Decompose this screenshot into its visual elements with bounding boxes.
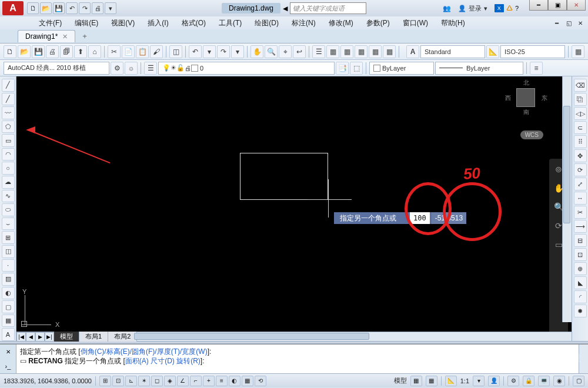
rectangle-tool[interactable]: ▭ [2,134,15,147]
clean-screen-icon[interactable]: ▢ [573,376,584,386]
sheet-set-icon[interactable]: ▦ [355,45,368,58]
layout-nav-prev[interactable]: ◀ [26,332,35,342]
dim-style-dropdown[interactable]: ISO-25 [500,45,565,58]
open-icon[interactable]: 📂 [18,45,31,58]
table-tool[interactable]: ▦ [2,315,15,327]
undo-icon[interactable]: ↶ [189,45,202,58]
pan-icon[interactable]: ✋ [250,45,263,58]
layer-states-icon[interactable]: 📑 [336,62,349,75]
revision-cloud-tool[interactable]: ☁ [2,176,15,189]
construction-line-tool[interactable]: ╱ [2,93,15,106]
join-tool[interactable]: ⊕ [574,262,587,275]
snap-mode-icon[interactable]: ⊞ [99,376,111,386]
quickcalc-icon[interactable]: ▦ [383,45,396,58]
command-history[interactable]: 指定第一个角点或 [倒角(C)/标高(E)/圆角(F)/厚度(T)/宽度(W)]… [16,344,579,373]
gradient-tool[interactable]: ◐ [2,287,15,300]
canvas-scrollbar-h[interactable] [134,333,369,340]
dim-style-icon[interactable]: 📐 [486,45,499,58]
text-style-icon[interactable]: A [406,45,419,58]
zoom-realtime-icon[interactable]: 🔍 [265,45,278,58]
model-space-label[interactable]: 模型 [394,376,407,385]
ellipse-arc-tool[interactable]: ⌣ [2,218,15,230]
doc-close[interactable]: ✕ [575,18,586,28]
doc-minimize[interactable]: ━ [552,18,562,28]
selection-cycle-icon[interactable]: ⟲ [255,376,266,386]
workspace-settings-icon[interactable]: ⚙ [111,62,123,75]
color-dropdown[interactable]: ByLayer [369,62,434,75]
line-tool[interactable]: ╱ [2,79,15,92]
coordinate-display[interactable]: 1833.3926, 1604.9386, 0.0000 [4,377,92,384]
move-tool[interactable]: ✥ [574,149,587,162]
menu-tools[interactable]: 工具(T) [213,17,248,29]
make-block-tool[interactable]: ◫ [2,245,15,258]
stretch-tool[interactable]: ↔ [574,192,587,205]
hatch-tool[interactable]: ▨ [2,273,15,286]
tab-close-icon[interactable]: ✕ [62,33,68,41]
layout-tab-1[interactable]: 布局1 [79,332,108,342]
window-close[interactable]: ✕ [567,0,586,11]
menu-window[interactable]: 窗口(W) [397,17,434,29]
zoom-window-icon[interactable]: ⌖ [279,45,292,58]
annotation-visibility-icon[interactable]: ▾ [473,376,485,386]
qat-btn[interactable]: ↶ [66,2,78,14]
extend-tool[interactable]: ⟶ [574,220,587,233]
layer-dropdown[interactable]: 💡 ☀ 🔓 🖨 0 [158,62,335,75]
search-input[interactable]: 键入关键字或短语 [290,2,366,14]
arc-tool[interactable]: ◠ [2,148,15,161]
trim-tool[interactable]: ✂ [574,206,587,219]
dropdown-icon[interactable]: 🛆 [506,5,513,12]
search-nav-prev[interactable]: ◀ [283,5,288,12]
cut-icon[interactable]: ✂ [108,45,121,58]
command-scrollbar[interactable] [579,344,588,373]
match-prop-icon[interactable]: 🖌 [150,45,163,58]
layer-properties-icon[interactable]: ☰ [144,62,157,75]
menu-parametric[interactable]: 参数(P) [360,17,396,29]
qat-btn[interactable]: 💾 [53,2,65,14]
undo-dropdown[interactable]: ▾ [203,45,216,58]
qat-more[interactable]: ▾ [105,2,116,14]
quick-props-icon[interactable]: ▦ [242,376,253,386]
paste-icon[interactable]: 📋 [136,45,149,58]
viewcube[interactable]: 北 南 东 西 [506,80,547,121]
scale-tool[interactable]: ⤢ [574,178,587,190]
ducs-icon[interactable]: ⌐ [190,376,202,386]
osnap-icon[interactable]: ◻ [151,376,163,386]
fillet-tool[interactable]: ◜ [574,290,587,303]
new-icon[interactable]: 🗋 [4,45,16,58]
point-tool[interactable]: · [2,259,15,272]
annotation-scale[interactable]: 1:1 [460,377,469,384]
hardware-accel-icon[interactable]: 💻 [538,376,550,386]
zoom-previous-icon[interactable]: ↩ [293,45,306,58]
explode-tool[interactable]: ✸ [574,305,587,317]
menu-dimension[interactable]: 标注(N) [286,17,322,29]
properties-icon[interactable]: ☰ [312,45,325,58]
layout-nav-next[interactable]: ▶ [35,332,45,342]
3dprint-icon[interactable]: ⌂ [88,45,101,58]
infocenter-icon[interactable]: 👥 [443,5,451,12]
lineweight-icon[interactable]: ≡ [530,62,543,75]
menu-view[interactable]: 视图(V) [105,17,141,29]
qat-btn[interactable]: ↷ [79,2,91,14]
break-tool[interactable]: ⊡ [574,248,587,261]
tool-palette-icon[interactable]: ▦ [340,45,353,58]
grid-icon[interactable]: ⊡ [112,376,124,386]
redo-dropdown[interactable]: ▾ [231,45,244,58]
menu-file[interactable]: 文件(F) [33,17,68,29]
markup-icon[interactable]: ▦ [369,45,382,58]
dyn-input-icon[interactable]: + [203,376,215,386]
quick-view-drawings-icon[interactable]: ▦ [426,376,437,386]
layout-tab-model[interactable]: 模型 [54,332,79,342]
layout-nav-last[interactable]: ▶| [45,332,54,342]
menu-modify[interactable]: 修改(M) [323,17,359,29]
doc-restore[interactable]: ◱ [563,18,574,28]
break-at-point-tool[interactable]: ⊟ [574,234,587,247]
lock-ui-icon[interactable]: 🔒 [523,376,534,386]
app-logo[interactable]: A [2,1,24,15]
text-style-dropdown[interactable]: Standard [420,45,485,58]
array-tool[interactable]: ⠿ [574,135,587,148]
canvas-scrollbar-v[interactable] [562,76,572,322]
exchange-icon[interactable]: X [495,4,504,12]
region-tool[interactable]: ▢ [2,300,15,313]
plot-preview-icon[interactable]: 🗐 [60,45,73,58]
workspace-switch-icon[interactable]: ⚙ [507,376,519,386]
